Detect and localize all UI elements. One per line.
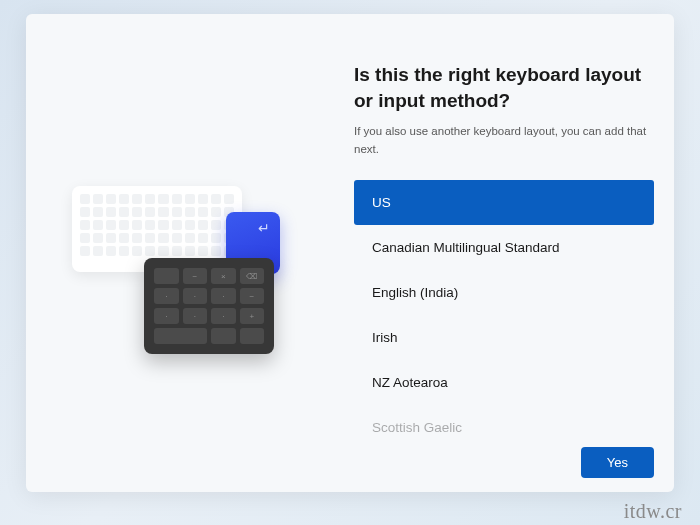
dark-numpad-icon: −×⌫ ···− ···+ bbox=[144, 258, 274, 354]
illustration-panel: ↵ −×⌫ ···− ···+ bbox=[26, 14, 350, 492]
keyboard-layout-list: US Canadian Multilingual Standard Englis… bbox=[354, 180, 654, 441]
content-panel: Is this the right keyboard layout or inp… bbox=[350, 14, 674, 492]
layout-option-english-india[interactable]: English (India) bbox=[354, 270, 654, 315]
layout-option-irish[interactable]: Irish bbox=[354, 315, 654, 360]
layout-option-nz-aotearoa[interactable]: NZ Aotearoa bbox=[354, 360, 654, 405]
layout-option-canadian-multilingual[interactable]: Canadian Multilingual Standard bbox=[354, 225, 654, 270]
page-title: Is this the right keyboard layout or inp… bbox=[354, 62, 654, 113]
yes-button[interactable]: Yes bbox=[581, 447, 654, 478]
keyboard-illustration: ↵ −×⌫ ···− ···+ bbox=[68, 168, 308, 368]
footer: Yes bbox=[354, 441, 654, 478]
layout-option-us[interactable]: US bbox=[354, 180, 654, 225]
layout-option-scottish-gaelic[interactable]: Scottish Gaelic bbox=[354, 405, 654, 439]
setup-card: ↵ −×⌫ ···− ···+ Is this the right keyboa… bbox=[26, 14, 674, 492]
watermark-text: itdw.cr bbox=[624, 500, 682, 523]
page-subtitle: If you also use another keyboard layout,… bbox=[354, 123, 654, 158]
